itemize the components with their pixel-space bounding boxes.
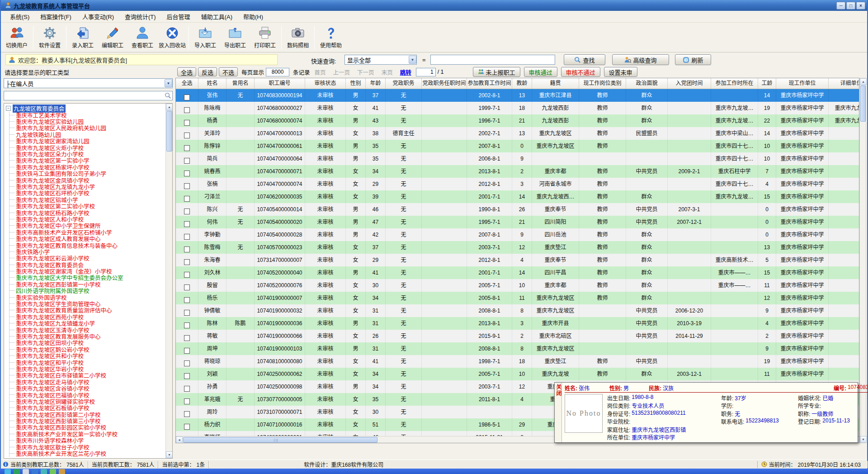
tree-item[interactable]: 重庆市九龙坡区西彭镇第二小学校 — [9, 411, 165, 417]
reject-button[interactable]: 审核不通过 — [561, 67, 600, 77]
row-checkbox[interactable] — [184, 411, 190, 417]
tree-item[interactable]: 重庆市九龙坡区第二实验小学校 — [9, 203, 165, 209]
table-row[interactable]: 简兵107404700000064未审核男35无2006-8-19重庆市四十七…… — [176, 152, 859, 165]
taskbar-app-icon[interactable] — [32, 469, 38, 474]
table-row[interactable]: 殷留107405200000076未审核女30无2005-7-110重庆丰都教师… — [176, 279, 859, 292]
column-header[interactable]: 籍贯 — [532, 78, 579, 89]
unreported-employees-button[interactable]: 未上报职工 — [473, 67, 520, 77]
tree-item[interactable]: 重庆市九龙坡区杨家坪小学校 — [9, 164, 165, 170]
row-checkbox[interactable] — [184, 259, 190, 265]
tree-item[interactable]: 重庆市九龙坡区铝城小学 — [9, 196, 165, 203]
quick-search-input[interactable] — [430, 55, 555, 65]
row-checkbox[interactable] — [184, 272, 190, 278]
column-header[interactable]: 现工作岗位类别 — [579, 78, 626, 89]
toolbar-camera[interactable]: 数码照相 — [283, 24, 313, 51]
set-unreviewed-button[interactable]: 设置未审 — [604, 67, 637, 77]
scroll-up-icon[interactable]: ▲ — [860, 78, 867, 85]
quick-search-filter-select[interactable]: 显示全部 ▼ — [344, 55, 417, 65]
toolbar-switch-user[interactable]: 切换用户 — [2, 24, 32, 51]
tree-item[interactable]: 重庆市九龙坡区和平小学校 — [9, 359, 165, 365]
chevron-down-icon[interactable]: ▼ — [409, 56, 416, 64]
column-header[interactable]: 全选 — [176, 78, 198, 89]
taskbar-app-icon[interactable] — [5, 469, 11, 474]
toolbar-recycle[interactable]: 放入回收站 — [157, 24, 187, 51]
table-row[interactable]: 蒋敏107401900000066未审核女26无2015-9-12重庆市北碚区中… — [176, 330, 859, 342]
tree-item[interactable]: 重庆高新技术产业开发区兰花小学校 — [9, 450, 165, 456]
tree-item[interactable]: 重庆市九龙坡区教育发展服务中心 — [9, 333, 165, 339]
tree-item[interactable]: 重庆市九龙坡区学生资助管理中心 — [9, 300, 165, 307]
row-checkbox[interactable] — [184, 284, 190, 290]
tree-scrollbar-thumb[interactable] — [166, 111, 172, 152]
row-checkbox[interactable] — [184, 196, 190, 202]
row-checkbox[interactable] — [184, 145, 190, 151]
select-none-button[interactable]: 不选 — [219, 67, 238, 76]
column-header[interactable]: 现工作单位 — [776, 78, 829, 89]
row-checkbox[interactable] — [184, 246, 190, 252]
column-header[interactable]: 党政职务任职时间 — [422, 78, 467, 89]
column-header[interactable]: 参加工作时所在 — [711, 78, 758, 89]
toolbar-edit-employee[interactable]: 编辑职工 — [98, 24, 127, 51]
table-row[interactable]: 张伟无107408300000194未审核男37无2002-8-113重庆市江津… — [176, 89, 859, 102]
table-row[interactable]: 姚春燕107404700000071未审核女34无2013-8-12重庆丰都教师… — [176, 165, 859, 178]
tree-item[interactable]: 重庆市九龙坡区玉清寺小学校 — [9, 327, 165, 333]
tree-item[interactable]: 重庆市九龙坡区第一实验小学 — [9, 157, 165, 164]
table-row[interactable]: 陈林陈鹏107401900000036未审核男31无2013-8-13重庆市开县… — [176, 317, 859, 330]
tree-item[interactable]: 四川外语学院附属外国语学校 — [9, 288, 165, 294]
column-header[interactable]: 教龄 — [512, 78, 532, 89]
tree-item[interactable]: 重庆市九龙坡区金凤镇小学校 — [9, 177, 165, 183]
tree-item[interactable]: 重庆市九龙坡区火炬小学校 — [9, 144, 165, 151]
table-row[interactable]: 朱海春107314700000007未审核女29无2012-8-14重庆奉节教师… — [176, 254, 859, 266]
tree-item[interactable]: 重庆市九龙坡区杨石路小学校 — [9, 209, 165, 216]
tree-item[interactable]: 重庆市九龙坡区走马镇小学校 — [9, 379, 165, 385]
prev-page-link[interactable]: 上一页 — [333, 68, 350, 76]
column-header[interactable]: 年龄 — [366, 78, 386, 89]
tree-item[interactable]: 重庆市川外语学校森林小学 — [9, 437, 165, 444]
table-row[interactable]: 杨勇107406800000074未审核男43无1996-7-121九龙坡西彭教… — [176, 114, 859, 127]
row-checkbox[interactable] — [184, 322, 190, 328]
column-header[interactable]: 政治面貌 — [626, 78, 668, 89]
column-header[interactable]: 详细单位 — [829, 78, 859, 89]
taskbar-app-icon[interactable] — [41, 469, 47, 474]
tree-collapse-icon[interactable]: − — [6, 106, 11, 111]
toolbar-print[interactable]: 打印职工 — [250, 24, 280, 51]
column-header[interactable]: 性别 — [346, 78, 366, 89]
scroll-down-icon[interactable]: ▼ — [166, 451, 173, 458]
row-checkbox[interactable] — [184, 158, 190, 164]
table-row[interactable]: 周坤107401900000103未审核男31无2008-8-18重庆市九龙坡区… — [176, 342, 859, 355]
row-checkbox[interactable] — [184, 183, 190, 189]
tree-item[interactable]: 重庆市九龙坡区九龙镇九龙小学 — [9, 183, 165, 190]
table-row[interactable]: 杨乐107401900000007未审核女34无2005-8-111重庆市九龙坡… — [176, 292, 859, 304]
table-row[interactable]: 陈咏梅107406800000027未审核女41无1999-7-118九龙坡西彭… — [176, 102, 859, 114]
hscrollbar-thumb[interactable] — [183, 437, 377, 443]
row-checkbox[interactable] — [184, 133, 190, 138]
tree-scrollbar[interactable]: ▲ ▼ — [165, 104, 172, 458]
scroll-left-icon[interactable]: ◄ — [176, 436, 183, 443]
row-checkbox[interactable] — [184, 234, 190, 240]
row-checkbox[interactable] — [184, 310, 190, 316]
tree-item[interactable]: 重庆市九龙坡区歇台子小学校 — [9, 444, 165, 450]
minimize-button[interactable]: ─ — [836, 2, 845, 9]
next-page-link[interactable]: 下一页 — [357, 68, 374, 76]
row-checkbox[interactable] — [184, 95, 190, 100]
table-row[interactable]: 蒋晓琼107408100000080未审核女41无1998-7-118重庆垫江教… — [176, 355, 859, 368]
table-row[interactable]: 陈雪梅无107405700000023未审核女37无2003-7-112重庆垫江… — [176, 241, 859, 254]
row-checkbox[interactable] — [184, 107, 190, 113]
invert-selection-button[interactable]: 反选 — [198, 67, 217, 76]
table-row[interactable]: 刁泽兰107406200000035未审核女39无2001-7-114重庆九龙坡… — [176, 190, 859, 203]
toolbar-settings[interactable]: 软件设置 — [35, 24, 65, 51]
toolbar-help[interactable]: 使用帮助 — [316, 24, 346, 51]
tree-item[interactable]: 重庆市九龙坡区人和小学校 — [9, 216, 165, 222]
tree-item[interactable]: 重庆市工艺美术学校 — [9, 112, 165, 118]
column-header[interactable]: 入党团时间 — [668, 78, 711, 89]
tree-item[interactable]: 重庆市九龙坡区成人教育发展中心 — [9, 235, 165, 242]
menu-item-2[interactable]: 档案操作(F) — [35, 10, 77, 23]
tree-item[interactable]: 重庆市九龙坡区巴福镇小学校 — [9, 392, 165, 398]
tree-item[interactable]: 重庆市九龙坡区九龙镇蟠龙小学 — [9, 320, 165, 327]
row-checkbox[interactable] — [184, 297, 190, 303]
row-checkbox[interactable] — [184, 209, 190, 214]
taskbar-app-icon[interactable] — [50, 469, 56, 474]
row-checkbox[interactable] — [184, 120, 190, 126]
tree-item[interactable]: 重庆铁马工业集团有限公司子弟小学 — [9, 171, 165, 177]
popup-close-button[interactable]: 关闭 — [555, 383, 562, 442]
last-page-link[interactable]: 末页 — [382, 68, 393, 76]
